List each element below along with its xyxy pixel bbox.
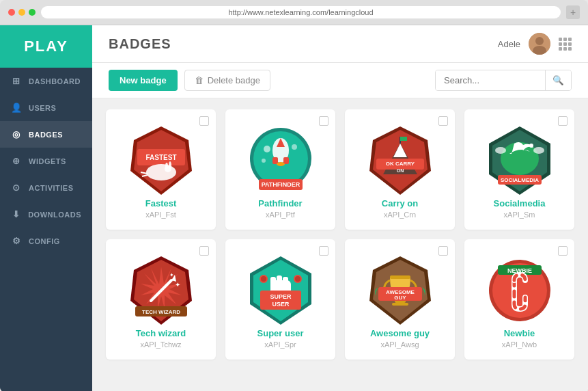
- browser-url[interactable]: http://www.netexlearning.com/learningclo…: [41, 6, 561, 18]
- browser-chrome: http://www.netexlearning.com/learningclo…: [0, 0, 588, 25]
- badge-name-awesomeguy: Awesome guy: [370, 328, 430, 338]
- svg-point-22: [264, 146, 270, 152]
- badge-card-superuser[interactable]: SUPER USER Super user xAPI_Spr: [225, 239, 335, 360]
- sidebar-item-users[interactable]: 👤 USERS: [0, 94, 92, 121]
- badge-checkbox-superuser[interactable]: [319, 246, 328, 256]
- search-input[interactable]: [436, 70, 545, 90]
- badge-code-awesomeguy: xAPI_Awsg: [380, 340, 419, 349]
- header: BADGES Adele: [92, 25, 588, 63]
- badge-checkbox-techwizard[interactable]: [199, 246, 209, 256]
- svg-point-19: [277, 162, 285, 166]
- svg-rect-18: [283, 157, 289, 164]
- badge-grid-container: FASTEST Fastest xAPI_Fst: [92, 98, 588, 391]
- svg-point-41: [533, 147, 544, 154]
- badge-checkbox-pathfinder[interactable]: [319, 116, 328, 126]
- svg-point-9: [169, 161, 171, 170]
- badge-image-superuser: SUPER USER: [247, 253, 315, 321]
- search-button[interactable]: 🔍: [545, 70, 571, 90]
- badge-image-fastest: FASTEST: [127, 123, 195, 191]
- sidebar-label-dashboard: DASHBOARD: [29, 77, 81, 85]
- sidebar-item-dashboard[interactable]: ⊞ DASHBOARD: [0, 68, 92, 94]
- search-box: 🔍: [435, 70, 572, 91]
- badge-checkbox-socialmedia[interactable]: [558, 116, 568, 126]
- sidebar-nav: ⊞ DASHBOARD 👤 USERS ◎ BADGES ⊕ WIDGETS ⊙…: [0, 68, 92, 391]
- badge-image-carryon: OK CARRY ON: [366, 123, 434, 191]
- config-icon: ⚙: [11, 236, 22, 246]
- svg-text:✦: ✦: [169, 272, 174, 278]
- badge-code-techwizard: xAPI_Tchwz: [141, 340, 182, 349]
- badge-name-carryon: Carry on: [382, 198, 418, 208]
- badge-name-techwizard: Tech wizard: [136, 328, 186, 338]
- badge-name-superuser: Super user: [257, 328, 304, 338]
- svg-point-63: [295, 276, 300, 282]
- svg-text:USER: USER: [272, 301, 290, 308]
- downloads-icon: ⬇: [11, 209, 21, 219]
- sidebar-label-downloads: DOWNLOADS: [28, 211, 81, 219]
- delete-badge-label: Delete badge: [208, 75, 260, 85]
- badge-image-socialmedia: SOCIALMEDIA: [486, 123, 554, 191]
- badges-icon: ◎: [11, 129, 22, 139]
- new-tab-button[interactable]: +: [566, 5, 580, 19]
- badge-card-fastest[interactable]: FASTEST Fastest xAPI_Fst: [106, 109, 216, 230]
- delete-badge-button[interactable]: 🗑 Delete badge: [184, 70, 270, 91]
- badge-name-socialmedia: Socialmedia: [494, 198, 546, 208]
- badge-card-newbie[interactable]: NEWBIE Newbie xAPI_Nwb: [464, 239, 574, 360]
- badge-card-techwizard[interactable]: ✦ ✦ TECH WIZARD Tech wizard xAPI_Tchwz: [106, 239, 216, 360]
- close-dot: [8, 9, 15, 16]
- badge-code-superuser: xAPI_Spr: [264, 340, 296, 349]
- svg-point-37: [529, 144, 533, 148]
- grid-menu-icon[interactable]: [559, 38, 572, 51]
- trash-icon: 🗑: [195, 75, 204, 85]
- badge-image-newbie: NEWBIE: [486, 253, 554, 321]
- sidebar-label-users: USERS: [29, 104, 56, 112]
- sidebar-item-downloads[interactable]: ⬇ DOWNLOADS: [0, 201, 92, 228]
- badge-card-pathfinder[interactable]: PATHFINDER Pathfinder xAPI_Ptf: [225, 109, 335, 230]
- svg-point-23: [262, 159, 266, 163]
- svg-text:ON: ON: [396, 168, 404, 173]
- badge-name-fastest: Fastest: [145, 198, 177, 208]
- page-title: BADGES: [109, 36, 171, 52]
- svg-rect-56: [283, 277, 288, 285]
- badge-code-fastest: xAPI_Fst: [145, 211, 176, 219]
- svg-point-24: [292, 144, 297, 150]
- badge-card-awesomeguy[interactable]: AWESOME GUY Awesome guy xAPI_Awsg: [345, 239, 455, 360]
- badge-checkbox-fastest[interactable]: [199, 116, 209, 126]
- sidebar-item-badges[interactable]: ◎ BADGES: [0, 121, 92, 148]
- main-content: BADGES Adele: [92, 25, 588, 391]
- svg-point-40: [495, 147, 506, 154]
- badge-code-socialmedia: xAPI_Sm: [504, 211, 535, 219]
- badge-checkbox-awesomeguy[interactable]: [438, 246, 448, 256]
- svg-point-7: [146, 164, 176, 180]
- toolbar: New badge 🗑 Delete badge 🔍: [92, 63, 588, 98]
- sidebar-item-widgets[interactable]: ⊕ WIDGETS: [0, 148, 92, 174]
- header-right: Adele: [498, 33, 572, 55]
- sidebar-item-config[interactable]: ⚙ CONFIG: [0, 228, 92, 254]
- badge-checkbox-newbie[interactable]: [558, 246, 568, 256]
- dashboard-icon: ⊞: [11, 76, 22, 86]
- sidebar-label-badges: BADGES: [29, 131, 63, 139]
- svg-rect-68: [390, 275, 410, 279]
- new-badge-button[interactable]: New badge: [109, 70, 178, 91]
- sidebar-label-config: CONFIG: [29, 237, 60, 245]
- maximize-dot: [29, 9, 36, 16]
- sidebar-label-activities: ACTIVITIES: [29, 184, 74, 192]
- badge-card-socialmedia[interactable]: SOCIALMEDIA Socialmedia xAPI_Sm: [464, 109, 574, 230]
- svg-text:GUY: GUY: [394, 295, 406, 301]
- svg-text:✦: ✦: [175, 281, 180, 288]
- sidebar-logo: PLAY: [0, 25, 92, 68]
- app-container: PLAY ⊞ DASHBOARD 👤 USERS ◎ BADGES ⊕ WIDG…: [0, 25, 588, 391]
- badge-image-pathfinder: PATHFINDER: [247, 123, 315, 191]
- svg-point-10: [165, 163, 168, 170]
- badge-card-carryon[interactable]: OK CARRY ON Carry on xAPI_Crn: [345, 109, 455, 230]
- sidebar: PLAY ⊞ DASHBOARD 👤 USERS ◎ BADGES ⊕ WIDG…: [0, 25, 92, 391]
- svg-rect-54: [270, 277, 276, 285]
- badge-checkbox-carryon[interactable]: [438, 116, 448, 126]
- badge-code-carryon: xAPI_Crn: [384, 211, 416, 219]
- avatar: [529, 33, 550, 55]
- sidebar-item-activities[interactable]: ⊙ ACTIVITIES: [0, 174, 92, 201]
- minimize-dot: [18, 9, 25, 16]
- widgets-icon: ⊕: [11, 156, 22, 166]
- svg-text:SOCIALMEDIA: SOCIALMEDIA: [501, 177, 539, 183]
- svg-text:FASTEST: FASTEST: [145, 154, 176, 161]
- svg-rect-67: [392, 303, 408, 306]
